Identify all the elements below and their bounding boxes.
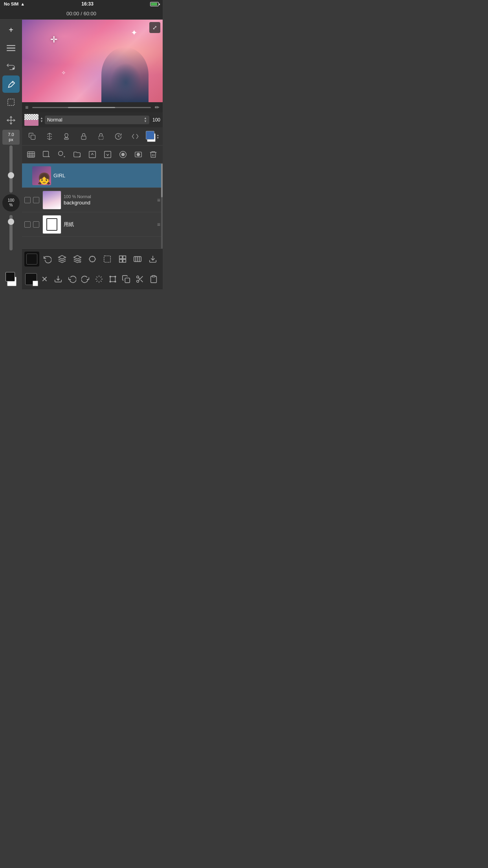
- paper-layer-checkbox-1[interactable]: [24, 221, 31, 228]
- rotate-icon[interactable]: [112, 130, 125, 143]
- timer-display: 00:00 / 60:00: [66, 11, 96, 17]
- bg-layer-menu-icon[interactable]: ≡: [157, 197, 160, 203]
- bottom-action-bar: ✕: [22, 269, 163, 289]
- photo-mask-icon[interactable]: [132, 148, 145, 161]
- action-redo-button[interactable]: [79, 272, 92, 287]
- svg-line-44: [141, 280, 143, 282]
- svg-rect-34: [110, 277, 115, 282]
- menu-button[interactable]: [2, 39, 20, 57]
- action-effects-button[interactable]: [92, 272, 106, 287]
- color-swatches[interactable]: [2, 271, 20, 286]
- action-undo-button[interactable]: [65, 272, 79, 287]
- timeline-icon[interactable]: [24, 148, 38, 161]
- add-raster-layer-icon[interactable]: [40, 148, 53, 161]
- svg-point-37: [110, 281, 111, 282]
- svg-rect-1: [7, 48, 15, 48]
- add-button[interactable]: +: [2, 21, 20, 39]
- animation-panel-button[interactable]: [130, 252, 145, 267]
- selection-tool-button[interactable]: [2, 94, 20, 111]
- pen-tool-button[interactable]: [2, 75, 20, 93]
- svg-rect-27: [119, 259, 122, 262]
- alpha-lock-icon[interactable]: [94, 130, 108, 143]
- add-mask-icon[interactable]: [116, 148, 130, 161]
- canvas-controls: ≡ ✏: [22, 102, 163, 112]
- layers-scroll-bar[interactable]: [161, 164, 163, 248]
- thumb-chevrons[interactable]: ▲ ▼: [40, 117, 43, 123]
- svg-point-3: [13, 68, 15, 70]
- undo-smudge-button[interactable]: [2, 57, 20, 75]
- layer-panel: ▲ ▼ Normal ▲ ▼ 100: [22, 112, 163, 289]
- layer-item-paper[interactable]: 用紙 ≡: [22, 212, 163, 237]
- canvas-image[interactable]: ✛ ✦ ✧: [22, 20, 163, 102]
- lock-icon[interactable]: [77, 130, 90, 143]
- blend-arrows-icon[interactable]: [128, 130, 142, 143]
- paper-layer-menu-icon[interactable]: ≡: [157, 221, 160, 228]
- bg-layer-checkbox-2[interactable]: [33, 197, 39, 203]
- opacity-slider[interactable]: [9, 215, 13, 250]
- svg-point-40: [137, 276, 139, 278]
- opacity-display: 100 %: [2, 194, 20, 211]
- svg-point-38: [115, 281, 116, 282]
- transform-tool-button[interactable]: [2, 112, 20, 129]
- layer-tool-row: ▲ ▼: [22, 127, 163, 145]
- action-transform-button[interactable]: [106, 272, 120, 287]
- action-copy-button[interactable]: [119, 272, 133, 287]
- action-paste-button[interactable]: [147, 272, 160, 287]
- effects-panel-button[interactable]: [70, 252, 85, 267]
- status-bar: No SIM ▲ 16:33: [0, 0, 163, 8]
- svg-point-16: [59, 151, 63, 155]
- layer-item-girl[interactable]: GIRL: [22, 164, 163, 188]
- canvas-wrapper: ✛ ✦ ✧ ⤢: [22, 20, 163, 102]
- size-slider[interactable]: [9, 145, 13, 193]
- add-vector-layer-icon[interactable]: [55, 148, 68, 161]
- color-swatch-icon[interactable]: ▲ ▼: [146, 130, 159, 143]
- canvas-menu-icon[interactable]: ≡: [25, 104, 28, 110]
- wifi-icon: ▲: [20, 2, 25, 6]
- bg-layer-checkbox-1[interactable]: [24, 197, 31, 203]
- pencil-small-icon[interactable]: ✏: [155, 104, 160, 110]
- action-import-button[interactable]: [51, 272, 65, 287]
- current-color-button[interactable]: [24, 252, 39, 267]
- svg-rect-17: [89, 151, 96, 158]
- main-layout: +: [0, 20, 163, 289]
- paper-layer-checkbox-2[interactable]: [33, 221, 39, 228]
- delete-layer-icon[interactable]: [147, 148, 160, 161]
- blend-mode-label: Normal: [47, 117, 62, 123]
- canvas-scroll-track[interactable]: [32, 107, 151, 108]
- expand-canvas-button[interactable]: ⤢: [149, 22, 160, 33]
- left-toolbar: +: [0, 20, 22, 289]
- carrier-text: No SIM: [4, 2, 18, 6]
- svg-point-22: [137, 153, 139, 156]
- selection-panel-button[interactable]: [100, 252, 115, 267]
- paper-inner-icon: [46, 218, 57, 231]
- quick-undo-button[interactable]: [40, 252, 55, 267]
- svg-rect-24: [104, 256, 111, 262]
- crosshair-icon: ✛: [50, 35, 57, 45]
- blend-mode-selector[interactable]: Normal ▲ ▼: [45, 116, 149, 124]
- svg-rect-28: [123, 259, 126, 262]
- symmetry-icon[interactable]: [43, 130, 56, 143]
- action-color-button[interactable]: [24, 272, 38, 287]
- layer-top-controls: ▲ ▼ Normal ▲ ▼ 100: [22, 112, 163, 127]
- layer-action-row: [22, 145, 163, 164]
- move-layer-down-icon[interactable]: [101, 148, 114, 161]
- grid-panel-button[interactable]: [115, 252, 130, 267]
- bg-layer-info: 100 % Normal background: [64, 194, 155, 206]
- blend-mode-chevrons: ▲ ▼: [144, 117, 147, 123]
- brush-settings-panel-button[interactable]: [85, 252, 100, 267]
- layer-item-background[interactable]: 100 % Normal background ≡: [22, 188, 163, 212]
- move-layer-up-icon[interactable]: [86, 148, 99, 161]
- export-panel-button[interactable]: [145, 252, 160, 267]
- status-right: [150, 2, 159, 6]
- action-cut-button[interactable]: [133, 272, 147, 287]
- duplicate-layer-icon[interactable]: [26, 130, 39, 143]
- status-time: 16:33: [81, 1, 94, 7]
- layers-panel-button[interactable]: [55, 252, 70, 267]
- opacity-value: 100: [151, 117, 160, 123]
- opacity-slider-container: [0, 213, 22, 252]
- stamp-icon[interactable]: [60, 130, 73, 143]
- add-folder-layer-icon[interactable]: [70, 148, 84, 161]
- brush-size-display: 7.0 px: [2, 130, 20, 145]
- action-cancel-button[interactable]: ✕: [38, 272, 52, 287]
- svg-rect-0: [7, 45, 15, 46]
